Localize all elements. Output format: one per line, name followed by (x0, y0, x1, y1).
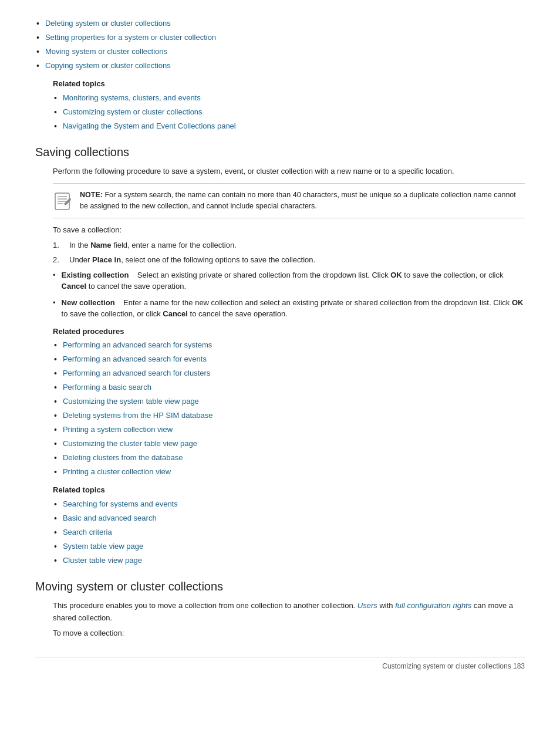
customize-system-table-link[interactable]: Customizing the system table view page (63, 396, 199, 407)
list-item: Deleting clusters from the database (53, 452, 525, 464)
step-2-num: 2. (53, 254, 69, 266)
list-item: Searching for systems and events (53, 498, 525, 511)
related-topics-top: Related topics Monitoring systems, clust… (53, 78, 525, 133)
customizing-link[interactable]: Customizing system or cluster collection… (63, 106, 203, 118)
step-2-text: Under Place in, select one of the follow… (69, 254, 315, 266)
top-bullet-list: Deleting system or cluster collections S… (35, 18, 525, 72)
list-item: Setting properties for a system or clust… (35, 32, 525, 44)
note-label: NOTE: (80, 191, 103, 199)
step-1-text: In the Name field, enter a name for the … (69, 239, 237, 251)
note-icon (53, 191, 74, 212)
list-item: Printing a system collection view (53, 424, 525, 436)
existing-collection-label: Existing collection (62, 271, 129, 279)
to-move-label: To move a collection: (53, 627, 525, 639)
basic-advanced-search-link[interactable]: Basic and advanced search (63, 512, 157, 524)
adv-search-systems-link[interactable]: Performing an advanced search for system… (63, 339, 212, 351)
related-topics-bottom-section: Related topics Searching for systems and… (53, 484, 525, 567)
related-topics-bottom-label: Related topics (53, 484, 525, 496)
print-system-link[interactable]: Printing a system collection view (63, 424, 173, 436)
saving-intro: Perform the following procedure to save … (53, 166, 525, 178)
print-cluster-link[interactable]: Printing a cluster collection view (63, 466, 171, 478)
list-item: Navigating the System and Event Collecti… (53, 120, 525, 133)
users-link[interactable]: Users (357, 601, 377, 610)
customize-cluster-table-link[interactable]: Customizing the cluster table view page (63, 438, 197, 450)
list-item: Cluster table view page (53, 555, 525, 567)
existing-collection-item: Existing collection Select an existing p… (53, 269, 525, 292)
list-item: Deleting system or cluster collections (35, 18, 525, 30)
new-collection-item: New collection Enter a name for the new … (53, 297, 525, 320)
search-criteria-link[interactable]: Search criteria (63, 526, 112, 538)
list-item: Printing a cluster collection view (53, 466, 525, 478)
list-item: Moving system or cluster collections (35, 46, 525, 58)
footer-text: Customizing system or cluster collection… (382, 661, 525, 671)
step-1: 1. In the Name field, enter a name for t… (53, 239, 525, 251)
moving-system-link[interactable]: Moving system or cluster collections (45, 46, 167, 58)
list-item: Basic and advanced search (53, 512, 525, 525)
related-procedures-label: Related procedures (53, 326, 525, 337)
footer: Customizing system or cluster collection… (35, 657, 525, 671)
saving-collections-heading: Saving collections (35, 143, 525, 161)
copying-system-link[interactable]: Copying system or cluster collections (45, 60, 171, 72)
deleting-system-link[interactable]: Deleting system or cluster collections (45, 18, 171, 29)
adv-search-clusters-link[interactable]: Performing an advanced search for cluste… (63, 367, 210, 379)
monitoring-link[interactable]: Monitoring systems, clusters, and events (63, 92, 201, 104)
to-save-label: To save a collection: (53, 224, 525, 236)
list-item: Performing an advanced search for cluste… (53, 367, 525, 380)
searching-systems-link[interactable]: Searching for systems and events (63, 498, 178, 510)
moving-intro-middle: with (377, 601, 395, 610)
list-item: Customizing the cluster table view page (53, 438, 525, 450)
steps-container: 1. In the Name field, enter a name for t… (53, 239, 525, 266)
moving-section-heading: Moving system or cluster collections (35, 578, 525, 595)
new-collection-label: New collection (62, 298, 115, 307)
list-item: Performing an advanced search for events (53, 353, 525, 366)
existing-collection-text: Existing collection Select an existing p… (62, 269, 525, 292)
list-item: Deleting systems from the HP SIM databas… (53, 410, 525, 422)
list-item: Performing a basic search (53, 382, 525, 394)
moving-section-intro: This procedure enables you to move a col… (53, 600, 525, 625)
list-item: Copying system or cluster collections (35, 60, 525, 72)
system-table-view-link[interactable]: System table view page (63, 541, 143, 552)
basic-search-link[interactable]: Performing a basic search (63, 382, 151, 393)
related-procedures-section: Related procedures Performing an advance… (53, 326, 525, 479)
list-item: Performing an advanced search for system… (53, 339, 525, 352)
setting-properties-link[interactable]: Setting properties for a system or clust… (45, 32, 216, 43)
list-item: System table view page (53, 541, 525, 553)
step-2: 2. Under Place in, select one of the fol… (53, 254, 525, 266)
list-item: Customizing the system table view page (53, 396, 525, 408)
delete-clusters-link[interactable]: Deleting clusters from the database (63, 452, 183, 464)
moving-intro-before: This procedure enables you to move a col… (53, 601, 357, 610)
navigating-link[interactable]: Navigating the System and Event Collecti… (63, 120, 236, 132)
delete-systems-link[interactable]: Deleting systems from the HP SIM databas… (63, 410, 213, 421)
related-topics-bottom-list: Searching for systems and events Basic a… (53, 498, 525, 567)
full-config-link[interactable]: full configuration rights (395, 601, 471, 610)
note-content: NOTE: For a system search, the name can … (80, 190, 525, 212)
cluster-table-view-link[interactable]: Cluster table view page (63, 555, 142, 566)
related-topics-list: Monitoring systems, clusters, and events… (53, 92, 525, 133)
note-box: NOTE: For a system search, the name can … (53, 183, 525, 218)
related-procedures-list: Performing an advanced search for system… (53, 339, 525, 478)
list-item: Search criteria (53, 526, 525, 539)
related-topics-label: Related topics (53, 78, 525, 90)
list-item: Monitoring systems, clusters, and events (53, 92, 525, 104)
sub-options-list: Existing collection Select an existing p… (53, 269, 525, 320)
adv-search-events-link[interactable]: Performing an advanced search for events (63, 353, 207, 365)
note-body: For a system search, the name can contai… (80, 191, 516, 210)
list-item: Customizing system or cluster collection… (53, 106, 525, 119)
step-1-num: 1. (53, 239, 69, 251)
new-collection-text: New collection Enter a name for the new … (62, 297, 525, 320)
